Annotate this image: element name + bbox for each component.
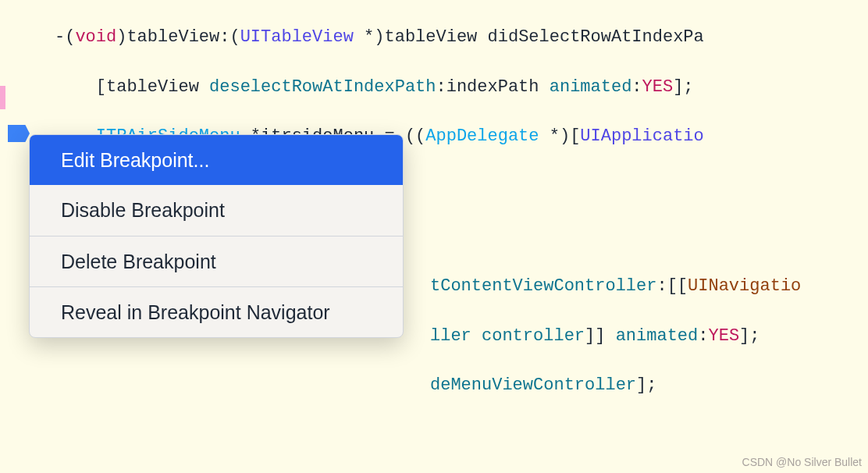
menu-delete-breakpoint[interactable]: Delete Breakpoint [30, 236, 403, 286]
breakpoint-context-menu: Edit Breakpoint... Disable Breakpoint De… [29, 134, 404, 338]
watermark: CSDN @No Silver Bullet [742, 454, 862, 470]
menu-disable-breakpoint[interactable]: Disable Breakpoint [30, 185, 403, 235]
menu-edit-breakpoint[interactable]: Edit Breakpoint... [30, 135, 403, 185]
gutter [0, 0, 28, 473]
breakpoint-marker-icon[interactable] [8, 125, 30, 142]
change-marker [0, 86, 5, 109]
menu-reveal-breakpoint[interactable]: Reveal in Breakpoint Navigator [30, 287, 403, 337]
